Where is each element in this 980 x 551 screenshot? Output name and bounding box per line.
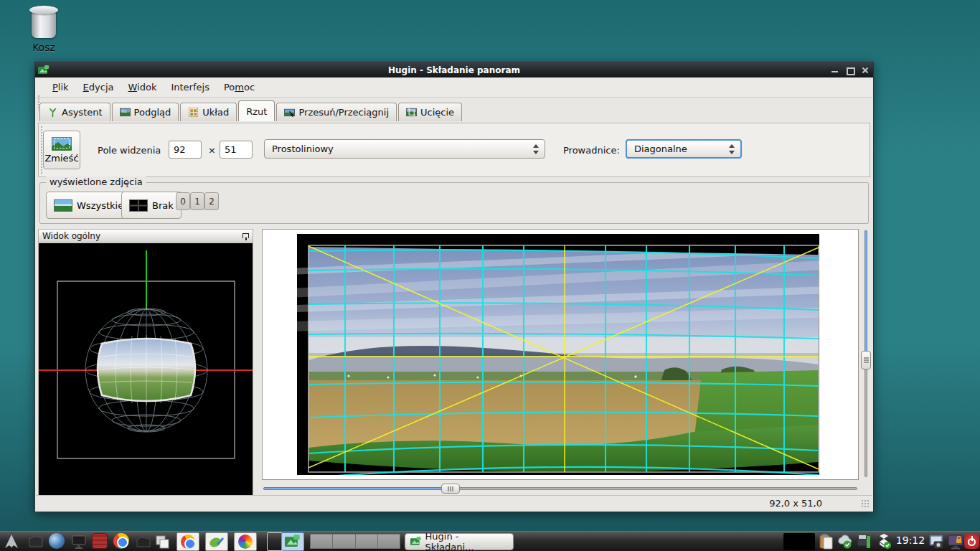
tray-preview-box xyxy=(783,533,815,550)
resize-grip[interactable] xyxy=(861,499,870,508)
menu-interfejs[interactable]: Interfejs xyxy=(164,80,215,95)
taskbar-window-label: Hugin - Składani... xyxy=(425,531,508,551)
maximize-button[interactable] xyxy=(846,66,854,74)
menu-widok[interactable]: Widok xyxy=(122,80,164,95)
clock[interactable]: 19:12 xyxy=(894,534,927,546)
image-toggle-0[interactable]: 0 xyxy=(176,192,190,210)
pano-size-status: 92,0 x 51,0 xyxy=(769,498,822,509)
vslider-handle[interactable] xyxy=(861,351,871,369)
text-editor-launcher[interactable] xyxy=(205,532,228,551)
dark-folder-icon[interactable] xyxy=(135,533,152,550)
hugin-launcher[interactable] xyxy=(281,532,304,551)
layout-grid-icon xyxy=(188,107,199,118)
tab-label: Rzut xyxy=(246,106,267,117)
chrome-icon[interactable] xyxy=(113,533,131,550)
overview-panel: Widok ogólny xyxy=(38,229,253,496)
tab-label: Podgląd xyxy=(134,107,171,118)
cloud-sync-tray-icon[interactable] xyxy=(837,533,854,550)
hslider-handle[interactable] xyxy=(441,484,460,494)
taskbar-window-button[interactable]: Hugin - Składani... xyxy=(405,533,514,550)
screenshot-tray-icon[interactable] xyxy=(928,533,946,550)
image-toggle-1[interactable]: 1 xyxy=(190,192,204,210)
guides-value: Diagonalne xyxy=(634,143,687,154)
show-all-button[interactable]: Wszystkie xyxy=(46,192,131,219)
tab-uklad[interactable]: Układ xyxy=(180,103,237,121)
printer-tray-icon[interactable] xyxy=(855,533,872,550)
lock-screen-tray-icon[interactable] xyxy=(947,533,964,550)
no-images-icon xyxy=(129,199,148,212)
app-menu-icon[interactable] xyxy=(3,533,20,550)
hslider-fill xyxy=(263,487,446,490)
crop-icon xyxy=(406,107,417,118)
multiply-sign: × xyxy=(208,145,216,156)
network-globe-icon[interactable] xyxy=(49,533,66,550)
fit-label: Zmieść xyxy=(44,153,78,164)
sync-status-tray-icon[interactable] xyxy=(875,533,892,550)
horizontal-offset-slider[interactable] xyxy=(262,483,859,494)
clipboard-tray-icon[interactable] xyxy=(818,533,835,550)
menu-pomoc[interactable]: Pomoc xyxy=(217,80,261,95)
tab-uciecie[interactable]: Ucięcie xyxy=(398,103,462,121)
image-toggle-2[interactable]: 2 xyxy=(204,192,219,210)
fit-icon xyxy=(52,137,72,151)
no-images-label: Brak xyxy=(152,200,174,211)
assistant-icon xyxy=(47,107,58,118)
tab-label: Ucięcie xyxy=(420,107,454,118)
projection-toolbar: Zmieść Pole widzenia × Prostoliniowy Pro… xyxy=(38,123,870,177)
overview-sphere-graphic xyxy=(39,243,253,496)
package-manager-icon[interactable] xyxy=(92,533,109,550)
spinner-arrows-icon xyxy=(728,144,735,154)
tab-asystent[interactable]: Asystent xyxy=(39,103,110,121)
vslider-fill xyxy=(864,230,867,357)
displayed-images-group: wyświetlone zdjęcia Wszystkie Brak 0 1 2 xyxy=(39,182,869,224)
projection-select[interactable]: Prostoliniowy xyxy=(264,139,545,159)
hugin-task-icon xyxy=(410,537,422,547)
statusbar: 92,0 x 51,0 xyxy=(36,495,872,511)
overview-title: Widok ogólny xyxy=(42,231,100,241)
tab-podglad[interactable]: GL Podgląd xyxy=(112,103,179,121)
fit-button[interactable]: Zmieść xyxy=(43,131,80,169)
panorama-preview-canvas[interactable] xyxy=(262,229,859,480)
display-settings-icon[interactable] xyxy=(70,533,88,550)
workspace-pager[interactable] xyxy=(310,534,400,549)
spinner-arrows-icon xyxy=(532,144,540,154)
chrome-launcher[interactable] xyxy=(176,532,199,551)
guides-select[interactable]: Diagonalne xyxy=(626,139,742,159)
menu-edycja[interactable]: Edycja xyxy=(77,80,121,95)
minimize-button[interactable] xyxy=(831,66,839,74)
tabbar: Asystent GL Podgląd Układ Rzut xyxy=(36,100,872,121)
taskbar: Hugin - Składani... 19:12 xyxy=(0,531,980,551)
fov-height-input[interactable] xyxy=(220,141,253,159)
projection-value: Prostoliniowy xyxy=(272,143,334,154)
vertical-offset-slider[interactable] xyxy=(860,229,872,480)
close-button[interactable] xyxy=(861,66,869,74)
tab-rzut[interactable]: Rzut xyxy=(238,100,275,121)
preview-gl-icon: GL xyxy=(120,107,131,118)
overview-canvas[interactable] xyxy=(39,243,253,495)
tab-label: Przesuń/Przeciągnij xyxy=(298,107,389,118)
fov-width-input[interactable] xyxy=(169,141,202,159)
panorama-graphic xyxy=(263,230,858,479)
windows-switcher-icon[interactable] xyxy=(154,533,171,550)
photo-app-launcher[interactable] xyxy=(234,532,257,551)
tab-label: Układ xyxy=(202,107,229,118)
window-title: Hugin - Składanie panoram xyxy=(35,65,873,75)
fov-label: Pole widzenia xyxy=(98,145,161,156)
overview-header[interactable]: Widok ogólny xyxy=(39,230,253,242)
trash-desktop-icon[interactable]: Kosz xyxy=(19,6,69,53)
trash-label: Kosz xyxy=(19,42,69,53)
all-images-icon xyxy=(54,199,72,212)
desktop-background: Kosz Hugin - Składanie panoram Plik Edyc… xyxy=(0,0,980,551)
move-drag-icon xyxy=(284,107,295,118)
tab-przesun[interactable]: Przesuń/Przeciągnij xyxy=(276,103,397,121)
show-none-button[interactable]: Brak xyxy=(121,192,182,219)
menu-plik[interactable]: Plik xyxy=(46,80,75,95)
power-icon[interactable] xyxy=(964,534,980,551)
hugin-window: Hugin - Składanie panoram Plik Edycja Wi… xyxy=(34,62,874,512)
guides-label: Prowadnice: xyxy=(563,145,620,156)
menubar: Plik Edycja Widok Interfejs Pomoc xyxy=(36,77,872,98)
titlebar[interactable]: Hugin - Składanie panoram xyxy=(35,62,873,77)
file-manager-icon[interactable] xyxy=(27,533,44,550)
svg-text:GL: GL xyxy=(121,109,127,113)
pin-icon[interactable] xyxy=(242,233,249,238)
